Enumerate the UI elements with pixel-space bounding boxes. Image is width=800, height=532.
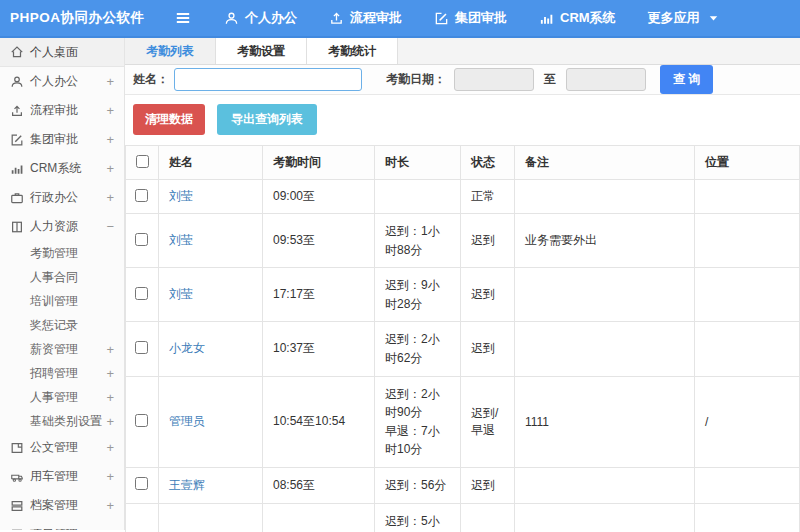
table-row: 王壹辉 08:56至 迟到：56分 迟到	[126, 467, 800, 503]
sidebar-item-流程审批[interactable]: 流程审批 +	[0, 96, 124, 125]
name-filter-input[interactable]	[174, 68, 362, 91]
person-icon	[10, 75, 24, 89]
attendance-time-cell: 17:17至	[263, 268, 375, 322]
attendance-time-cell: 09:53至	[263, 214, 375, 268]
edit-icon	[10, 133, 24, 147]
sidebar-item-个人桌面[interactable]: 个人桌面	[0, 38, 124, 67]
status-cell: 正常	[461, 180, 515, 214]
top-nav-item-流程审批[interactable]: 流程审批	[329, 9, 402, 27]
row-checkbox[interactable]	[135, 341, 148, 354]
tab-strip: 考勤列表 考勤设置 考勤统计	[125, 38, 800, 65]
expander-icon[interactable]: +	[106, 190, 124, 205]
row-checkbox[interactable]	[135, 233, 148, 246]
expander-icon[interactable]: +	[106, 498, 124, 513]
table-header-row: 姓名考勤时间时长状态备注位置	[126, 146, 800, 180]
app-logo[interactable]: PHPOA协同办公软件	[0, 9, 160, 27]
note-cell	[515, 503, 695, 532]
table-row: 刘莹 09:53至 迟到：1小时88分 迟到 业务需要外出	[126, 214, 800, 268]
date-filter-label: 考勤日期：	[386, 71, 446, 88]
row-checkbox[interactable]	[135, 287, 148, 300]
person-icon	[224, 11, 239, 26]
sidebar-item-招聘管理[interactable]: 招聘管理 +	[0, 361, 124, 385]
note-cell	[515, 268, 695, 322]
row-checkbox[interactable]	[135, 414, 148, 427]
expander-icon[interactable]: +	[106, 390, 124, 405]
tab-考勤列表[interactable]: 考勤列表	[125, 38, 216, 64]
top-nav-item-集团审批[interactable]: 集团审批	[434, 9, 507, 27]
expander-icon[interactable]: +	[106, 103, 124, 118]
attendance-time-cell: 13:20至13:20	[263, 503, 375, 532]
top-nav-item-更多应用[interactable]: 更多应用	[648, 9, 721, 27]
employee-name-link[interactable]: 刘莹	[169, 287, 193, 301]
home-icon	[10, 45, 24, 59]
hamburger-menu-icon[interactable]	[174, 9, 192, 27]
duration-cell: 迟到：5小时33分 早退：4小时67分	[375, 503, 461, 532]
top-nav-item-CRM系统[interactable]: CRM系统	[539, 9, 616, 27]
employee-name-link[interactable]: 刘莹	[169, 189, 193, 203]
location-cell	[695, 268, 800, 322]
expander-icon[interactable]: +	[106, 132, 124, 147]
date-to-label: 至	[544, 71, 556, 88]
expander-icon[interactable]: +	[106, 161, 124, 176]
employee-name-link[interactable]: 小龙女	[169, 341, 205, 355]
attendance-time-cell: 08:56至	[263, 467, 375, 503]
sidebar-item-用车管理[interactable]: 用车管理 +	[0, 462, 124, 491]
employee-name-link[interactable]: 管理员	[169, 414, 205, 428]
note-cell	[515, 467, 695, 503]
search-button[interactable]: 查 询	[660, 65, 713, 94]
sidebar-item-档案管理[interactable]: 档案管理 +	[0, 491, 124, 520]
expander-icon[interactable]: +	[106, 366, 124, 381]
status-cell: 迟到	[461, 322, 515, 376]
tab-考勤统计[interactable]: 考勤统计	[307, 38, 398, 64]
sidebar-item-人事管理[interactable]: 人事管理 +	[0, 385, 124, 409]
chart-icon	[10, 162, 24, 176]
expander-icon[interactable]: +	[106, 440, 124, 455]
top-nav-item-个人办公[interactable]: 个人办公	[224, 9, 297, 27]
share-icon	[10, 104, 24, 118]
note-cell	[515, 322, 695, 376]
archive-icon	[10, 499, 24, 513]
sidebar-item-薪资管理[interactable]: 薪资管理 +	[0, 337, 124, 361]
sidebar-item-公文管理[interactable]: 公文管理 +	[0, 433, 124, 462]
expander-icon[interactable]: +	[106, 342, 124, 357]
caret-icon	[706, 11, 721, 26]
sidebar-item-人事合同[interactable]: 人事合同	[0, 265, 124, 289]
row-checkbox[interactable]	[135, 477, 148, 490]
duration-cell: 迟到：56分	[375, 467, 461, 503]
sidebar-item-集团审批[interactable]: 集团审批 +	[0, 125, 124, 154]
employee-name-link[interactable]: 王壹辉	[169, 478, 205, 492]
expander-icon[interactable]: +	[106, 527, 124, 530]
date-from-input[interactable]	[454, 68, 534, 91]
sidebar-item-培训管理[interactable]: 培训管理	[0, 289, 124, 313]
name-filter-label: 姓名：	[133, 71, 169, 88]
expander-icon[interactable]: −	[106, 219, 124, 234]
sidebar-item-项目管理[interactable]: 项目管理 +	[0, 520, 124, 530]
clean-data-button[interactable]: 清理数据	[133, 104, 205, 135]
column-header-考勤时间: 考勤时间	[263, 146, 375, 180]
sidebar-item-基础类别设置[interactable]: 基础类别设置 +	[0, 409, 124, 433]
select-all-checkbox[interactable]	[136, 155, 149, 168]
table-row: 刘莹 17:17至 迟到：9小时28分 迟到	[126, 268, 800, 322]
sidebar-item-CRM系统[interactable]: CRM系统 +	[0, 154, 124, 183]
status-cell: 迟到/早退	[461, 376, 515, 467]
duration-cell: 迟到：9小时28分	[375, 268, 461, 322]
location-cell	[695, 322, 800, 376]
sidebar-item-奖惩记录[interactable]: 奖惩记录	[0, 313, 124, 337]
expander-icon[interactable]: +	[106, 74, 124, 89]
expander-icon[interactable]: +	[106, 414, 124, 429]
tab-考勤设置[interactable]: 考勤设置	[216, 38, 307, 64]
expander-icon[interactable]: +	[106, 469, 124, 484]
header-checkbox-cell	[126, 146, 159, 180]
employee-name-link[interactable]: 刘莹	[169, 233, 193, 247]
column-header-时长: 时长	[375, 146, 461, 180]
sidebar-item-人力资源[interactable]: 人力资源 −	[0, 212, 124, 241]
sidebar-item-行政办公[interactable]: 行政办公 +	[0, 183, 124, 212]
date-to-input[interactable]	[566, 68, 646, 91]
location-cell: /	[695, 376, 800, 467]
sidebar-item-个人办公[interactable]: 个人办公 +	[0, 67, 124, 96]
row-checkbox[interactable]	[135, 189, 148, 202]
sidebar-item-考勤管理[interactable]: 考勤管理	[0, 241, 124, 265]
location-cell: /	[695, 503, 800, 532]
export-list-button[interactable]: 导出查询列表	[217, 104, 317, 135]
top-nav: 个人办公 流程审批 集团审批 CRM系统 更多应用	[192, 9, 721, 27]
